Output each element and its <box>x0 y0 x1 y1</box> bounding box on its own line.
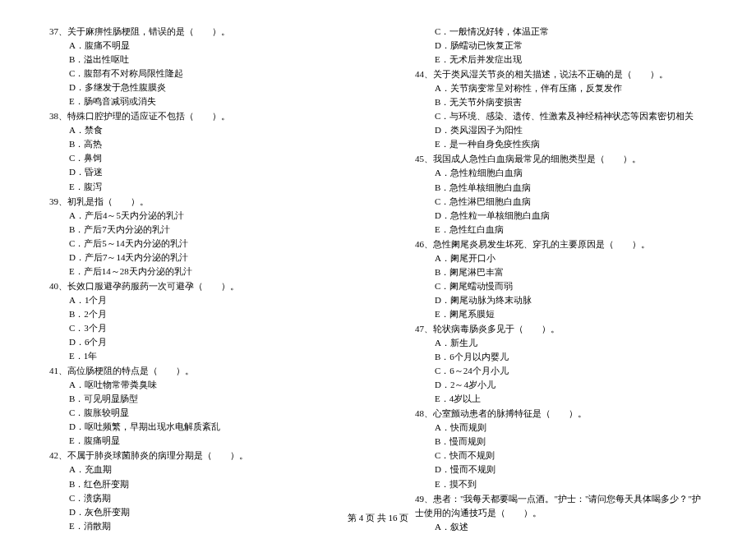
option: D．慢而不规则 <box>415 463 707 476</box>
option: D．急性粒一单核细胞白血病 <box>415 209 707 223</box>
option: B．6个月以内婴儿 <box>415 350 707 364</box>
option: C．3个月 <box>49 321 341 335</box>
option: E．产后14～28天内分泌的乳汁 <box>49 265 341 279</box>
question-45: 45、我国成人急性白血病最常见的细胞类型是（ ）。 A．急性粒细胞白血病 B．急… <box>415 152 707 236</box>
question-text: 48、心室颤动患者的脉搏特征是（ ）。 <box>415 407 707 421</box>
option: C．鼻饲 <box>49 151 341 165</box>
question-text: 45、我国成人急性白血病最常见的细胞类型是（ ）。 <box>415 152 707 166</box>
option: B．可见明显肠型 <box>49 392 341 406</box>
question-47: 47、轮状病毒肠炎多见于（ ）。 A．新生儿 B．6个月以内婴儿 C．6～24个… <box>415 322 707 406</box>
option: B．溢出性呕吐 <box>49 53 341 67</box>
question-text: 37、关于麻痹性肠梗阻，错误的是（ ）。 <box>49 25 341 39</box>
question-39: 39、初乳是指（ ）。 A．产后4～5天内分泌的乳汁 B．产后7天内分泌的乳汁 … <box>49 195 341 279</box>
option: A．阑尾开口小 <box>415 251 707 265</box>
option: B．红色肝变期 <box>49 477 341 491</box>
option: E．腹泻 <box>49 180 341 194</box>
option: D．呕吐频繁，早期出现水电解质紊乱 <box>49 420 341 434</box>
option: A．呕吐物常带粪臭味 <box>49 378 341 392</box>
option: C．腹部有不对称局限性隆起 <box>49 67 341 81</box>
page-content: 37、关于麻痹性肠梗阻，错误的是（ ）。 A．腹痛不明显 B．溢出性呕吐 C．腹… <box>0 0 756 534</box>
question-40: 40、长效口服避孕药服药一次可避孕（ ）。 A．1个月 B．2个月 C．3个月 … <box>49 279 341 363</box>
option: D．产后7～14天内分泌的乳汁 <box>49 251 341 265</box>
question-43-cont: C．一般情况好转，体温正常 D．肠蠕动已恢复正常 E．无术后并发症出现 <box>415 25 707 67</box>
question-46: 46、急性阑尾炎易发生坏死、穿孔的主要原因是（ ）。 A．阑尾开口小 B．阑尾淋… <box>415 237 707 321</box>
question-text: 47、轮状病毒肠炎多见于（ ）。 <box>415 322 707 336</box>
question-37: 37、关于麻痹性肠梗阻，错误的是（ ）。 A．腹痛不明显 B．溢出性呕吐 C．腹… <box>49 25 341 108</box>
option: E．无术后并发症出现 <box>415 53 707 67</box>
question-38: 38、特殊口腔护理的适应证不包括（ ）。 A．禁食 B．高热 C．鼻饲 D．昏迷… <box>49 109 341 193</box>
option: D．2～4岁小儿 <box>415 378 707 392</box>
option: C．阑尾蠕动慢而弱 <box>415 279 707 293</box>
option: A．1个月 <box>49 293 341 307</box>
option: E．急性红白血病 <box>415 223 707 237</box>
question-44: 44、关于类风湿关节炎的相关描述，说法不正确的是（ ）。 A．关节病变常呈对称性… <box>415 67 707 151</box>
option: D．昏迷 <box>49 165 341 179</box>
option: C．与环境、感染、遗传、性激素及神经精神状态等因素密切相关 <box>415 109 707 123</box>
option: C．急性淋巴细胞白血病 <box>415 195 707 209</box>
question-text: 46、急性阑尾炎易发生坏死、穿孔的主要原因是（ ）。 <box>415 237 707 251</box>
question-text: 40、长效口服避孕药服药一次可避孕（ ）。 <box>49 279 341 293</box>
question-text: 41、高位肠梗阻的特点是（ ）。 <box>49 364 341 378</box>
question-text: 38、特殊口腔护理的适应证不包括（ ）。 <box>49 109 341 123</box>
option: C．快而不规则 <box>415 449 707 463</box>
option: D．类风湿因子为阳性 <box>415 123 707 137</box>
option: B．慢而规则 <box>415 435 707 449</box>
option: E．4岁以上 <box>415 392 707 406</box>
option: C．6～24个月小儿 <box>415 364 707 378</box>
option: B．产后7天内分泌的乳汁 <box>49 223 341 237</box>
option: D．多继发于急性腹膜炎 <box>49 81 341 94</box>
question-text: 39、初乳是指（ ）。 <box>49 195 341 209</box>
option: A．产后4～5天内分泌的乳汁 <box>49 209 341 223</box>
option: A．关节病变常呈对称性，伴有压痛，反复发作 <box>415 81 707 95</box>
option: C．产后5～14天内分泌的乳汁 <box>49 237 341 251</box>
option: A．禁食 <box>49 123 341 137</box>
option: E．是一种自身免疫性疾病 <box>415 137 707 151</box>
option: D．阑尾动脉为终末动脉 <box>415 293 707 307</box>
option: E．腹痛明显 <box>49 434 341 448</box>
option: E．摸不到 <box>415 477 707 491</box>
page-footer: 第 4 页 共 16 页 <box>0 512 756 524</box>
question-41: 41、高位肠梗阻的特点是（ ）。 A．呕吐物常带粪臭味 B．可见明显肠型 C．腹… <box>49 364 341 448</box>
option: D．6个月 <box>49 335 341 349</box>
option: B．阑尾淋巴丰富 <box>415 265 707 279</box>
option: B．高热 <box>49 137 341 151</box>
option: C．腹胀较明显 <box>49 406 341 420</box>
option: A．充血期 <box>49 463 341 476</box>
option: A．急性粒细胞白血病 <box>415 166 707 180</box>
option: C．一般情况好转，体温正常 <box>415 25 707 39</box>
option: E．阑尾系膜短 <box>415 307 707 321</box>
option: B．无关节外病变损害 <box>415 95 707 109</box>
question-48: 48、心室颤动患者的脉搏特征是（ ）。 A．快而规则 B．慢而规则 C．快而不规… <box>415 407 707 490</box>
option: B．2个月 <box>49 307 341 321</box>
option: D．肠蠕动已恢复正常 <box>415 39 707 53</box>
option: A．新生儿 <box>415 336 707 350</box>
right-column: C．一般情况好转，体温正常 D．肠蠕动已恢复正常 E．无术后并发症出现 44、关… <box>415 25 707 534</box>
option: C．溃疡期 <box>49 491 341 505</box>
question-text: 44、关于类风湿关节炎的相关描述，说法不正确的是（ ）。 <box>415 67 707 81</box>
option: A．腹痛不明显 <box>49 39 341 53</box>
left-column: 37、关于麻痹性肠梗阻，错误的是（ ）。 A．腹痛不明显 B．溢出性呕吐 C．腹… <box>49 25 341 534</box>
option: B．急性单核细胞白血病 <box>415 181 707 195</box>
option: E．肠鸣音减弱或消失 <box>49 94 341 108</box>
option: A．快而规则 <box>415 421 707 435</box>
question-text: 42、不属于肺炎球菌肺炎的病理分期是（ ）。 <box>49 449 341 463</box>
option: E．1年 <box>49 349 341 363</box>
